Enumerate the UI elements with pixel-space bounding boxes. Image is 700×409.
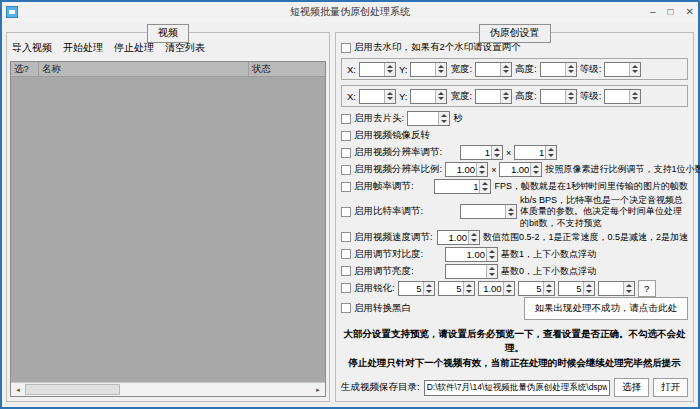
resolution-width-spinner[interactable] [460,145,503,160]
stop-processing-button[interactable]: 停止处理 [114,41,154,55]
start-processing-button[interactable]: 开始处理 [63,41,103,55]
contrast-checkbox[interactable] [341,249,351,259]
trim-head-spinner[interactable] [407,111,450,126]
watermark1-x-spinner[interactable] [359,62,396,77]
speed-label[interactable]: 启用视频速度调节: [354,231,434,244]
resolution-height-input[interactable] [515,146,545,159]
spinner-arrows-icon[interactable] [543,282,554,295]
select-directory-button[interactable]: 选择 [614,378,649,397]
spinner-arrows-icon[interactable] [476,163,487,176]
watermark2-x-input[interactable] [360,90,384,103]
watermark1-width-input[interactable] [476,63,500,76]
spinner-arrows-icon[interactable] [463,282,474,295]
watermark2-width-input[interactable] [476,90,500,103]
spinner-arrows-icon[interactable] [500,90,511,103]
resolution-width-input[interactable] [461,146,491,159]
scrollbar-track[interactable] [25,383,311,396]
spinner-arrows-icon[interactable] [486,265,497,278]
mirror-checkbox[interactable] [341,131,351,141]
sharpen-help-button[interactable]: ? [638,280,656,297]
ratio-x-input[interactable] [446,163,476,176]
bitrate-spinner[interactable] [460,204,517,219]
output-directory-input[interactable] [424,380,610,396]
brightness-checkbox[interactable] [341,266,351,276]
close-icon[interactable]: ✕ [686,7,694,17]
spinner-arrows-icon[interactable] [545,146,556,159]
bitrate-input[interactable] [461,205,505,218]
sharpen-checkbox[interactable] [341,283,351,293]
watermark1-level-input[interactable] [605,63,629,76]
sharpen-label[interactable]: 启用锐化: [354,282,395,295]
column-header-name[interactable]: 名称 [39,62,249,76]
spinner-arrows-icon[interactable] [423,282,434,295]
watermark2-y-spinner[interactable] [410,89,447,104]
grayscale-label[interactable]: 启用转换黑白 [354,302,411,315]
spinner-arrows-icon[interactable] [468,231,479,244]
fix-processing-button[interactable]: 如果出现处理不成功，请点击此处 [524,297,689,320]
spinner-arrows-icon[interactable] [503,282,514,295]
sharpen-spinner-6[interactable] [598,281,635,296]
bitrate-label[interactable]: 启用比特率调节: [354,205,457,218]
spinner-arrows-icon[interactable] [491,146,502,159]
fps-spinner[interactable] [434,179,491,194]
speed-spinner[interactable] [437,230,480,245]
resolution-height-spinner[interactable] [514,145,557,160]
watermark2-width-spinner[interactable] [475,89,512,104]
sharpen-spinner-2[interactable] [438,281,475,296]
spinner-arrows-icon[interactable] [505,205,516,218]
spinner-arrows-icon[interactable] [583,282,594,295]
ratio-x-spinner[interactable] [445,162,488,177]
watermark1-x-input[interactable] [360,63,384,76]
watermark1-level-spinner[interactable] [604,62,641,77]
resolution-ratio-checkbox[interactable] [341,165,351,175]
watermark1-height-spinner[interactable] [540,62,577,77]
sharpen-input-5[interactable] [559,282,583,295]
scroll-right-icon[interactable]: ► [311,383,325,396]
watermark1-height-input[interactable] [541,63,565,76]
trim-head-label[interactable]: 启用去片头: [354,112,404,125]
spinner-arrows-icon[interactable] [530,163,541,176]
sharpen-spinner-4[interactable] [518,281,555,296]
sharpen-spinner-1[interactable] [398,281,435,296]
spinner-arrows-icon[interactable] [500,63,511,76]
spinner-arrows-icon[interactable] [486,248,497,261]
spinner-arrows-icon[interactable] [435,63,446,76]
column-header-select[interactable]: 选? [11,62,39,76]
fps-input[interactable] [435,180,479,193]
watermark2-y-input[interactable] [411,90,435,103]
horizontal-scrollbar[interactable]: ◄ ► [11,382,325,396]
spinner-arrows-icon[interactable] [384,90,395,103]
mirror-label[interactable]: 启用视频镜像反转 [354,129,430,142]
spinner-arrows-icon[interactable] [438,112,449,125]
import-video-button[interactable]: 导入视频 [12,41,52,55]
sharpen-input-1[interactable] [399,282,423,295]
speed-checkbox[interactable] [341,232,351,242]
open-directory-button[interactable]: 打开 [653,378,688,397]
spinner-arrows-icon[interactable] [435,90,446,103]
spinner-arrows-icon[interactable] [384,63,395,76]
watermark2-level-spinner[interactable] [604,89,641,104]
watermark2-level-input[interactable] [605,90,629,103]
watermark2-x-spinner[interactable] [359,89,396,104]
contrast-label[interactable]: 启用调节对比度: [354,248,442,261]
trim-head-checkbox[interactable] [341,114,351,124]
resolution-checkbox[interactable] [341,148,351,158]
sharpen-spinner-5[interactable] [558,281,595,296]
sharpen-input-3[interactable] [479,282,503,295]
watermark1-y-input[interactable] [411,63,435,76]
sharpen-input-2[interactable] [439,282,463,295]
spinner-arrows-icon[interactable] [629,90,640,103]
scrollbar-thumb[interactable] [25,384,120,395]
maximize-icon[interactable]: □ [668,7,674,17]
watermark1-width-spinner[interactable] [475,62,512,77]
contrast-spinner[interactable] [445,247,498,262]
spinner-arrows-icon[interactable] [623,282,634,295]
column-header-status[interactable]: 状态 [249,62,326,76]
sharpen-input-4[interactable] [519,282,543,295]
fps-checkbox[interactable] [341,182,351,192]
resolution-ratio-label[interactable]: 启用视频分辨率比例: [354,163,442,176]
trim-head-input[interactable] [408,112,438,125]
spinner-arrows-icon[interactable] [629,63,640,76]
sharpen-spinner-3[interactable] [478,281,515,296]
minimize-icon[interactable]: – [650,7,656,17]
